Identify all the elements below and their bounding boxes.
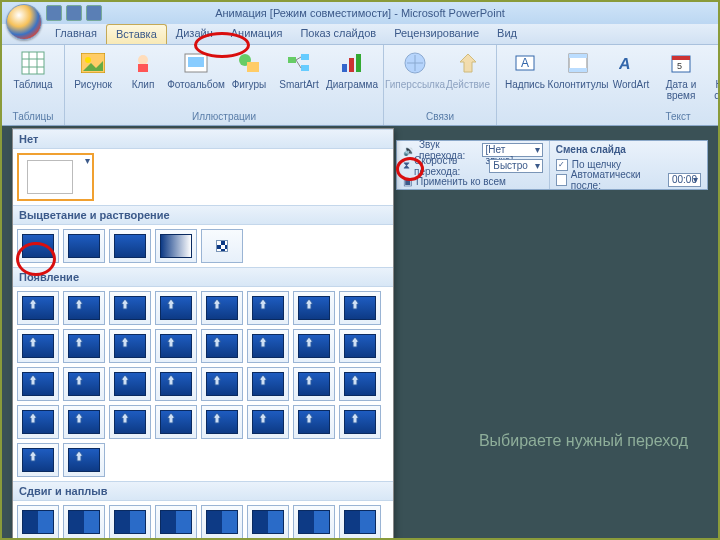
transition-thumb[interactable] bbox=[17, 229, 59, 263]
action-button[interactable]: Действие bbox=[444, 47, 492, 92]
transition-thumb[interactable] bbox=[293, 291, 335, 325]
speed-select[interactable]: Быстро bbox=[489, 159, 542, 173]
transition-thumb[interactable] bbox=[339, 329, 381, 363]
instruction-text: Выбираете нужный переход bbox=[479, 432, 688, 450]
transition-thumb[interactable] bbox=[17, 443, 59, 477]
transition-thumb[interactable] bbox=[109, 367, 151, 401]
svg-line-16 bbox=[296, 57, 301, 60]
transition-thumb[interactable] bbox=[293, 329, 335, 363]
gallery-section-fade: Выцветание и растворение bbox=[13, 205, 393, 225]
tab-animation[interactable]: Анимация bbox=[222, 24, 292, 44]
svg-rect-20 bbox=[356, 54, 361, 72]
transition-thumb[interactable] bbox=[201, 505, 243, 539]
smartart-button[interactable]: SmartArt bbox=[275, 47, 323, 92]
wordart-button[interactable]: AWordArt bbox=[607, 47, 655, 92]
textbox-button[interactable]: AНадпись bbox=[501, 47, 549, 92]
transition-thumb[interactable] bbox=[17, 505, 59, 539]
transition-thumb[interactable] bbox=[109, 405, 151, 439]
transition-thumb[interactable] bbox=[155, 291, 197, 325]
tab-insert[interactable]: Вставка bbox=[106, 24, 167, 44]
transition-thumb[interactable] bbox=[293, 367, 335, 401]
svg-rect-14 bbox=[301, 54, 309, 60]
transition-thumb[interactable] bbox=[109, 291, 151, 325]
transition-thumb[interactable] bbox=[17, 291, 59, 325]
svg-marker-73 bbox=[29, 451, 37, 461]
transition-thumb[interactable] bbox=[247, 367, 289, 401]
tab-slideshow[interactable]: Показ слайдов bbox=[291, 24, 385, 44]
transition-thumb[interactable] bbox=[155, 329, 197, 363]
svg-marker-52 bbox=[167, 337, 175, 347]
auto-checkbox[interactable] bbox=[556, 174, 567, 186]
transition-thumb[interactable] bbox=[109, 505, 151, 539]
hyperlink-button[interactable]: Гиперссылка bbox=[388, 47, 442, 92]
svg-rect-10 bbox=[188, 57, 204, 67]
transition-thumb[interactable] bbox=[293, 505, 335, 539]
transition-thumb[interactable] bbox=[339, 291, 381, 325]
transition-thumb[interactable] bbox=[201, 329, 243, 363]
svg-marker-48 bbox=[351, 299, 359, 309]
svg-marker-51 bbox=[121, 337, 129, 347]
shapes-button[interactable]: Фигуры bbox=[225, 47, 273, 92]
svg-marker-44 bbox=[167, 299, 175, 309]
transition-thumb[interactable] bbox=[63, 229, 105, 263]
transition-thumb[interactable] bbox=[247, 291, 289, 325]
tab-view[interactable]: Вид bbox=[488, 24, 526, 44]
transition-thumb[interactable] bbox=[247, 505, 289, 539]
transition-thumb[interactable] bbox=[63, 329, 105, 363]
transition-thumb[interactable] bbox=[247, 405, 289, 439]
chart-button[interactable]: Диаграмма bbox=[325, 47, 379, 92]
transition-thumb[interactable] bbox=[63, 443, 105, 477]
transition-thumb[interactable] bbox=[247, 329, 289, 363]
ribbon: Таблица Таблицы Рисунок Клип Фотоальбом … bbox=[2, 45, 718, 126]
transition-thumb[interactable] bbox=[201, 291, 243, 325]
auto-time-field[interactable]: 00:00 bbox=[668, 173, 701, 187]
transition-thumb[interactable] bbox=[63, 405, 105, 439]
qat-redo-icon[interactable] bbox=[86, 5, 102, 21]
transition-thumb[interactable] bbox=[155, 367, 197, 401]
apply-all-button[interactable]: Применить ко всем bbox=[416, 176, 506, 187]
transition-thumb[interactable] bbox=[155, 229, 197, 263]
svg-point-7 bbox=[138, 55, 148, 65]
transition-thumb[interactable] bbox=[201, 229, 243, 263]
transition-thumb[interactable] bbox=[155, 505, 197, 539]
transition-thumb[interactable] bbox=[109, 229, 151, 263]
transition-thumb[interactable] bbox=[339, 405, 381, 439]
office-button[interactable] bbox=[6, 4, 42, 40]
transition-thumb[interactable] bbox=[201, 367, 243, 401]
clip-button[interactable]: Клип bbox=[119, 47, 167, 92]
headerfooter-button[interactable]: Колонтитулы bbox=[551, 47, 605, 92]
transition-thumb[interactable] bbox=[63, 505, 105, 539]
transition-none[interactable] bbox=[17, 153, 94, 201]
sound-select[interactable]: [Нет звука] bbox=[482, 143, 543, 157]
photoalbum-button[interactable]: Фотоальбом bbox=[169, 47, 223, 92]
transition-thumb[interactable] bbox=[63, 291, 105, 325]
svg-marker-71 bbox=[305, 413, 313, 423]
svg-rect-15 bbox=[301, 65, 309, 71]
svg-point-6 bbox=[85, 57, 91, 63]
slidenumber-button[interactable]: #Номер слайда bbox=[707, 47, 720, 103]
svg-marker-53 bbox=[213, 337, 221, 347]
transition-thumb[interactable] bbox=[201, 405, 243, 439]
datetime-button[interactable]: 5Дата и время bbox=[657, 47, 705, 103]
picture-button[interactable]: Рисунок bbox=[69, 47, 117, 92]
transition-thumb[interactable] bbox=[293, 405, 335, 439]
onclick-checkbox[interactable]: ✓ bbox=[556, 159, 568, 171]
tab-design[interactable]: Дизайн bbox=[167, 24, 222, 44]
svg-marker-64 bbox=[351, 375, 359, 385]
tab-home[interactable]: Главная bbox=[46, 24, 106, 44]
svg-marker-68 bbox=[167, 413, 175, 423]
transition-thumb[interactable] bbox=[109, 329, 151, 363]
tab-review[interactable]: Рецензирование bbox=[385, 24, 488, 44]
transition-thumb[interactable] bbox=[17, 329, 59, 363]
transition-thumb[interactable] bbox=[17, 405, 59, 439]
svg-marker-70 bbox=[259, 413, 267, 423]
qat-save-icon[interactable] bbox=[46, 5, 62, 21]
transition-thumb[interactable] bbox=[155, 405, 197, 439]
table-button[interactable]: Таблица bbox=[6, 47, 60, 92]
transition-thumb[interactable] bbox=[63, 367, 105, 401]
transition-thumb[interactable] bbox=[339, 367, 381, 401]
transition-thumb[interactable] bbox=[17, 367, 59, 401]
qat-undo-icon[interactable] bbox=[66, 5, 82, 21]
svg-text:A: A bbox=[521, 56, 529, 70]
transition-thumb[interactable] bbox=[339, 505, 381, 539]
